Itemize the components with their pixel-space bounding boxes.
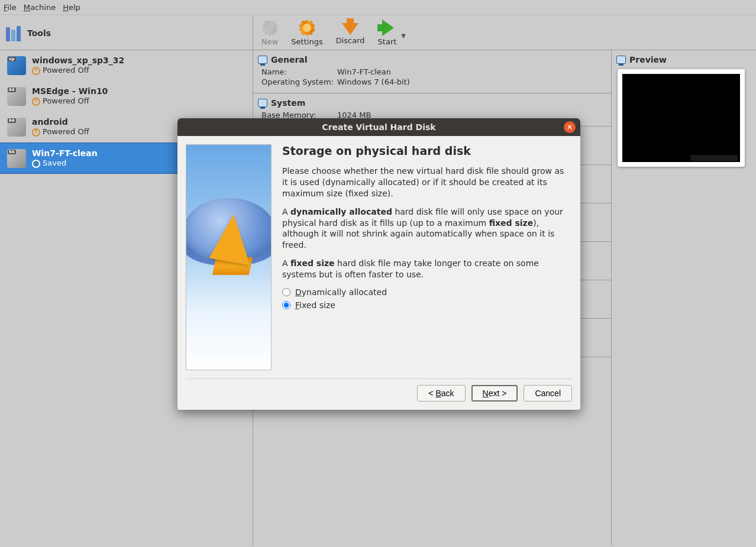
disk-pie-icon bbox=[186, 198, 272, 302]
dialog-body: Storage on physical hard disk Please cho… bbox=[177, 136, 580, 376]
dialog-titlebar[interactable]: Create Virtual Hard Disk ✕ bbox=[177, 118, 580, 136]
new-button: New bbox=[258, 18, 282, 47]
name-value: Win7-FT-clean bbox=[337, 67, 391, 76]
start-button[interactable]: Start bbox=[374, 18, 400, 47]
dialog-content: Storage on physical hard disk Please cho… bbox=[282, 144, 572, 370]
radio-input-dynamic[interactable] bbox=[282, 288, 290, 296]
dialog-paragraph-3: A fixed size hard disk file may take lon… bbox=[282, 258, 572, 280]
vm-name: android bbox=[32, 116, 89, 127]
preview-thumbnail[interactable] bbox=[618, 69, 745, 167]
vm-item-msedge-win10[interactable]: 64 MSEdge - Win10 Powered Off bbox=[0, 81, 253, 112]
os-icon-android: 64 bbox=[7, 118, 26, 137]
general-header[interactable]: General bbox=[257, 53, 608, 67]
vm-name: MSEdge - Win10 bbox=[32, 86, 108, 96]
preview-header[interactable]: Preview bbox=[615, 53, 752, 67]
vm-name: windows_xp_sp3_32 bbox=[32, 55, 124, 66]
preview-panel: Preview bbox=[611, 50, 756, 546]
monitor-icon bbox=[258, 56, 267, 64]
discard-icon bbox=[342, 23, 358, 35]
saved-state-icon bbox=[32, 160, 40, 168]
cancel-button[interactable]: Cancel bbox=[524, 385, 572, 402]
dialog-footer: < Back Next > Cancel bbox=[177, 379, 580, 410]
vm-state: Powered Off bbox=[32, 66, 124, 76]
discard-button[interactable]: Discard bbox=[332, 20, 369, 46]
power-off-icon bbox=[32, 67, 40, 75]
system-header[interactable]: System bbox=[257, 96, 608, 110]
vm-state: Saved bbox=[32, 158, 98, 169]
monitor-icon bbox=[616, 56, 626, 64]
vm-name: Win7-FT-clean bbox=[32, 148, 98, 158]
general-section: General Name:Win7-FT-clean Operating Sys… bbox=[253, 50, 611, 93]
os-value: Windows 7 (64-bit) bbox=[337, 77, 410, 86]
dialog-title: Create Virtual Hard Disk bbox=[322, 122, 435, 132]
start-label: Start bbox=[378, 37, 397, 46]
dialog-paragraph-2: A dynamically allocated hard disk file w… bbox=[282, 206, 572, 251]
start-icon bbox=[382, 20, 394, 36]
vm-state: Powered Off bbox=[32, 127, 89, 137]
name-key: Name: bbox=[261, 67, 337, 76]
close-icon[interactable]: ✕ bbox=[564, 121, 576, 133]
dialog-heading: Storage on physical hard disk bbox=[282, 144, 572, 157]
os-icon-windows-10: 64 bbox=[7, 87, 26, 106]
tools-header[interactable]: Tools bbox=[0, 16, 253, 50]
menu-machine[interactable]: Machine bbox=[24, 3, 56, 12]
vm-item-windows-xp[interactable]: xp windows_xp_sp3_32 Powered Off bbox=[0, 50, 253, 81]
menubar: File Machine Help bbox=[0, 0, 756, 15]
new-label: New bbox=[261, 37, 278, 46]
back-button[interactable]: < Back bbox=[417, 385, 465, 402]
new-icon bbox=[261, 20, 278, 36]
os-icon-windows-xp: xp bbox=[7, 56, 26, 75]
dialog-paragraph-1: Please choose whether the new virtual ha… bbox=[282, 166, 572, 199]
menu-file[interactable]: File bbox=[4, 3, 17, 12]
start-dropdown-caret[interactable]: ▼ bbox=[401, 33, 406, 39]
create-virtual-hard-disk-dialog: Create Virtual Hard Disk ✕ Storage on ph… bbox=[177, 118, 580, 410]
dialog-wizard-image bbox=[186, 144, 272, 370]
toolbar: New Settings Discard Start ▼ bbox=[253, 16, 756, 50]
vm-state: Powered Off bbox=[32, 96, 108, 106]
discard-label: Discard bbox=[336, 36, 365, 45]
menu-help[interactable]: Help bbox=[63, 3, 80, 12]
os-icon-windows-7: 64 bbox=[7, 149, 26, 168]
settings-label: Settings bbox=[291, 37, 322, 46]
os-key: Operating System: bbox=[261, 77, 337, 86]
settings-icon bbox=[299, 20, 315, 36]
power-off-icon bbox=[32, 98, 40, 106]
next-button[interactable]: Next > bbox=[471, 385, 518, 402]
radio-dynamically-allocated[interactable]: Dynamically allocated bbox=[282, 287, 572, 297]
settings-button[interactable]: Settings bbox=[287, 18, 326, 47]
radio-fixed-size[interactable]: Fixed size bbox=[282, 300, 572, 310]
radio-input-fixed[interactable] bbox=[282, 301, 290, 309]
tools-label: Tools bbox=[27, 28, 51, 38]
power-off-icon bbox=[32, 128, 40, 137]
chip-icon bbox=[258, 99, 267, 107]
tools-icon bbox=[6, 25, 22, 41]
